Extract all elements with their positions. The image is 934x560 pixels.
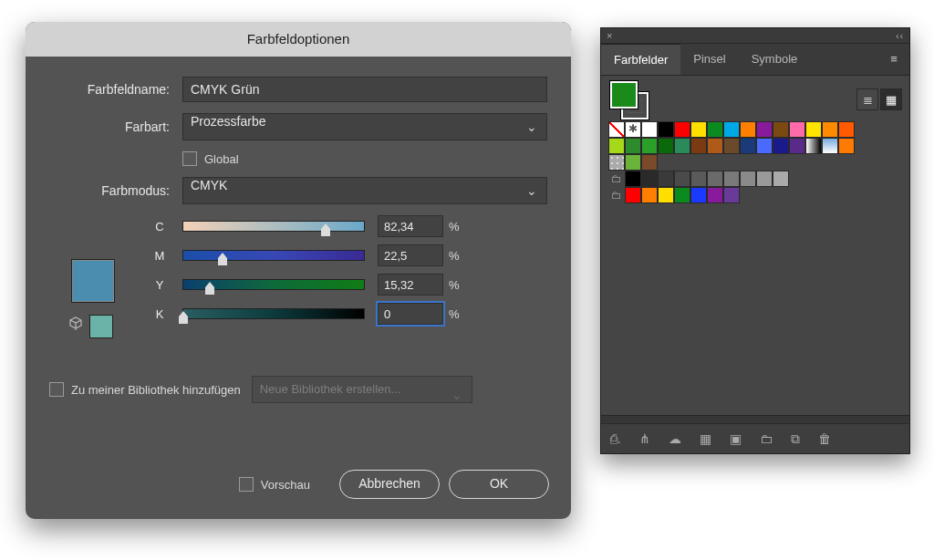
trash-icon[interactable]: 🗑 bbox=[818, 431, 831, 446]
swatch-color[interactable] bbox=[641, 171, 658, 187]
swatch-color[interactable] bbox=[658, 121, 674, 138]
slider-knob[interactable] bbox=[179, 316, 188, 324]
ok-button[interactable]: OK bbox=[449, 470, 549, 499]
list-view-button[interactable]: ≣ bbox=[856, 88, 878, 110]
Y-value-input[interactable] bbox=[378, 274, 443, 296]
swatch-color[interactable] bbox=[625, 171, 641, 187]
swatch-name-input[interactable] bbox=[182, 77, 547, 102]
type-label: Farbart: bbox=[49, 119, 182, 134]
cancel-button[interactable]: Abbrechen bbox=[339, 470, 440, 499]
swatch-color[interactable] bbox=[674, 138, 690, 154]
panel-menu-icon[interactable]: ≡ bbox=[878, 44, 909, 75]
swatch-color[interactable] bbox=[674, 171, 690, 187]
K-value-input[interactable] bbox=[378, 303, 443, 325]
swatch-color[interactable] bbox=[740, 171, 756, 187]
channel-label-K: K bbox=[150, 307, 170, 321]
cloud-icon[interactable]: ☁ bbox=[669, 431, 681, 446]
swatch-none[interactable] bbox=[608, 121, 625, 138]
tab-swatches[interactable]: Farbfelder bbox=[601, 44, 680, 75]
color-group-folder[interactable]: 🗀 bbox=[608, 187, 625, 203]
swatch-options-icon[interactable]: ▦ bbox=[700, 431, 711, 446]
swatch-pattern[interactable] bbox=[608, 154, 625, 171]
M-value-input[interactable] bbox=[378, 244, 443, 266]
swatch-color[interactable] bbox=[625, 138, 641, 154]
color-group-folder[interactable]: 🗀 bbox=[608, 171, 625, 187]
fill-swatch[interactable] bbox=[610, 81, 638, 109]
swatch-color[interactable] bbox=[658, 138, 674, 154]
name-label: Farbfeldname: bbox=[49, 82, 182, 97]
swatch-color[interactable] bbox=[608, 138, 625, 154]
new-folder-icon[interactable]: 🗀 bbox=[760, 431, 773, 446]
add-to-library-label: Zu meiner Bibliothek hinzufügen bbox=[71, 383, 241, 397]
swatch-color[interactable] bbox=[707, 187, 723, 203]
preview-checkbox[interactable] bbox=[239, 477, 254, 492]
slider-knob[interactable] bbox=[218, 258, 227, 265]
swatch-color[interactable] bbox=[690, 171, 707, 187]
swatch-color[interactable] bbox=[723, 187, 740, 203]
close-icon[interactable]: × bbox=[607, 30, 612, 41]
slider-knob[interactable] bbox=[205, 287, 214, 295]
swatch-color[interactable] bbox=[723, 138, 740, 154]
swatch-color[interactable] bbox=[625, 154, 641, 171]
swatch-color[interactable] bbox=[690, 138, 707, 154]
color-type-value: Prozessfarbe bbox=[191, 114, 265, 129]
new-swatch-icon[interactable]: ⧉ bbox=[791, 431, 800, 447]
swatch-color[interactable] bbox=[789, 121, 805, 138]
swatch-grid: 🗀🗀 bbox=[601, 121, 909, 203]
swatch-color[interactable] bbox=[723, 171, 740, 187]
swatch-color[interactable] bbox=[789, 138, 805, 154]
swatch-registration[interactable] bbox=[625, 121, 641, 138]
swatch-color[interactable] bbox=[822, 121, 838, 138]
add-to-library-checkbox[interactable] bbox=[49, 382, 64, 397]
swatch-color[interactable] bbox=[773, 171, 789, 187]
swatch-color[interactable] bbox=[740, 121, 756, 138]
swatch-color[interactable] bbox=[690, 121, 707, 138]
tab-brushes[interactable]: Pinsel bbox=[680, 44, 738, 75]
Y-slider[interactable] bbox=[182, 279, 365, 290]
swatch-color[interactable] bbox=[641, 154, 658, 171]
show-kinds-icon[interactable]: ⋔ bbox=[639, 431, 650, 446]
K-slider[interactable] bbox=[182, 308, 365, 319]
swatch-color[interactable] bbox=[773, 138, 789, 154]
swatch-color[interactable] bbox=[658, 187, 674, 203]
swatch-preview-small bbox=[89, 315, 113, 338]
swatch-color[interactable] bbox=[756, 121, 773, 138]
channel-label-Y: Y bbox=[150, 278, 170, 292]
percent-label: % bbox=[449, 278, 460, 292]
swatch-color[interactable] bbox=[641, 121, 658, 138]
swatch-gradient[interactable] bbox=[822, 138, 838, 154]
swatch-color[interactable] bbox=[838, 138, 855, 154]
swatch-color[interactable] bbox=[707, 121, 723, 138]
swatch-color[interactable] bbox=[658, 171, 674, 187]
grid-view-button[interactable]: ▦ bbox=[880, 88, 902, 110]
swatch-color[interactable] bbox=[740, 138, 756, 154]
swatch-color[interactable] bbox=[805, 121, 822, 138]
global-checkbox[interactable] bbox=[182, 151, 197, 166]
swatch-color[interactable] bbox=[723, 121, 740, 138]
swatch-color[interactable] bbox=[641, 138, 658, 154]
C-slider[interactable] bbox=[182, 221, 365, 232]
color-group-icon[interactable]: ▣ bbox=[730, 431, 742, 446]
swatch-color[interactable] bbox=[707, 171, 723, 187]
panel-grip[interactable]: × ‹‹ bbox=[601, 28, 909, 44]
swatch-color[interactable] bbox=[674, 121, 690, 138]
swatch-color[interactable] bbox=[707, 138, 723, 154]
slider-knob[interactable] bbox=[321, 229, 330, 236]
C-value-input[interactable] bbox=[378, 215, 443, 237]
color-type-select[interactable]: Prozessfarbe ⌄ bbox=[182, 113, 547, 140]
swatch-color[interactable] bbox=[756, 171, 773, 187]
libraries-icon[interactable]: ⎙. bbox=[610, 431, 621, 446]
swatch-color[interactable] bbox=[674, 187, 690, 203]
swatch-color[interactable] bbox=[773, 121, 789, 138]
M-slider[interactable] bbox=[182, 250, 365, 261]
swatch-color[interactable] bbox=[756, 138, 773, 154]
swatch-gradient[interactable] bbox=[805, 138, 822, 154]
tab-symbols[interactable]: Symbole bbox=[739, 44, 811, 75]
swatch-color[interactable] bbox=[690, 187, 707, 203]
fill-stroke-indicator[interactable] bbox=[610, 81, 647, 118]
swatch-color[interactable] bbox=[625, 187, 641, 203]
collapse-icon[interactable]: ‹‹ bbox=[896, 31, 904, 41]
color-mode-select[interactable]: CMYK ⌄ bbox=[182, 177, 547, 204]
swatch-color[interactable] bbox=[838, 121, 855, 138]
swatch-color[interactable] bbox=[641, 187, 658, 203]
